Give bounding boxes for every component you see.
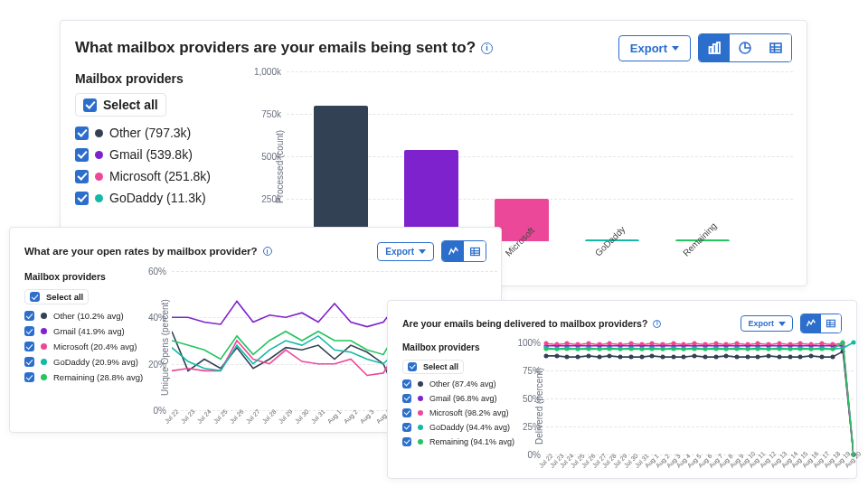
ytick-label: 250k: [261, 194, 287, 204]
provider-row[interactable]: Remaining (94.1% avg): [402, 435, 520, 449]
color-dot: [41, 313, 47, 319]
info-icon[interactable]: i: [263, 247, 272, 256]
card-header: What are your open rates by mailbox prov…: [10, 228, 501, 271]
title-text: Are your emails being delivered to mailb…: [402, 318, 647, 329]
color-dot: [418, 425, 423, 430]
provider-row[interactable]: Microsoft (251.8k): [75, 165, 260, 187]
provider-label: GoDaddy (11.3k): [109, 191, 206, 205]
view-bar-button[interactable]: [699, 34, 730, 61]
provider-row[interactable]: Other (87.4% avg): [402, 377, 520, 391]
checkbox-icon: [24, 311, 34, 321]
provider-row[interactable]: Gmail (539.8k): [75, 144, 260, 165]
provider-row[interactable]: Gmail (96.8% avg): [402, 391, 520, 406]
select-all-row[interactable]: Select all: [24, 289, 89, 304]
line-chart: Delivered (percent) 100%75%50%25%0%Jul 2…: [533, 342, 854, 469]
view-table-button[interactable]: [760, 34, 791, 61]
card-header: Are your emails being delivered to mailb…: [388, 301, 856, 342]
view-table-button[interactable]: [464, 241, 486, 261]
ytick-label: 100%: [517, 338, 546, 348]
toolbar: Export: [618, 33, 792, 62]
provider-row[interactable]: Microsoft (20.4% avg): [24, 339, 146, 354]
export-button[interactable]: Export: [377, 242, 434, 261]
card-delivered: Are your emails being delivered to mailb…: [387, 300, 857, 479]
provider-label: Microsoft (251.8k): [109, 169, 211, 183]
view-toggle-group: [800, 314, 842, 333]
ytick-label: 40%: [148, 313, 172, 323]
card-header: What mailbox providers are your emails b…: [61, 21, 807, 71]
ytick-label: 60%: [148, 267, 172, 276]
ytick-label: 20%: [148, 359, 172, 369]
color-dot: [418, 439, 423, 445]
color-dot: [95, 173, 103, 181]
select-all-row[interactable]: Select all: [402, 360, 464, 374]
provider-label: Other (797.3k): [109, 126, 191, 140]
checkbox-icon: [402, 423, 411, 432]
checkbox-icon: [402, 437, 411, 446]
ytick-label: 75%: [523, 366, 546, 376]
view-pie-button[interactable]: [730, 34, 760, 61]
checkbox-icon: [402, 408, 411, 417]
y-axis-label: Unique Opens (percent): [158, 271, 172, 425]
view-toggle-group: [441, 240, 486, 262]
svg-rect-4: [770, 43, 781, 52]
card-title: What mailbox providers are your emails b…: [75, 39, 493, 57]
color-dot: [418, 396, 423, 401]
checkbox-icon: [75, 192, 89, 205]
provider-label: Gmail (41.9% avg): [53, 326, 125, 336]
checkbox-icon: [75, 170, 89, 183]
color-dot: [41, 343, 47, 350]
export-button[interactable]: Export: [618, 35, 691, 61]
provider-row[interactable]: Microsoft (98.2% avg): [402, 406, 520, 420]
view-table-button[interactable]: [821, 314, 841, 332]
ytick-label: 500k: [261, 152, 287, 162]
providers-list-title: Mailbox providers: [75, 71, 260, 86]
view-line-button[interactable]: [442, 241, 464, 261]
select-all-label: Select all: [423, 362, 458, 371]
view-line-button[interactable]: [801, 314, 821, 332]
provider-row[interactable]: Remaining (28.8% avg): [24, 370, 146, 385]
checkbox-icon: [402, 379, 411, 389]
provider-row[interactable]: GoDaddy (20.9% avg): [24, 354, 146, 370]
ytick-label: 750k: [261, 109, 287, 119]
providers-list: Mailbox providers Select all Other (10.2…: [24, 271, 146, 425]
provider-row[interactable]: Other (797.3k): [75, 122, 260, 144]
svg-rect-2: [717, 42, 720, 53]
provider-row[interactable]: GoDaddy (11.3k): [75, 187, 260, 209]
select-all-row[interactable]: Select all: [75, 93, 166, 117]
checkbox-icon: [24, 357, 34, 367]
view-toggle-group: [698, 33, 792, 62]
info-icon[interactable]: i: [653, 320, 661, 328]
svg-rect-8: [470, 248, 479, 255]
checkbox-icon: [75, 126, 89, 140]
providers-list-title: Mailbox providers: [24, 271, 146, 282]
plot-area: 100%75%50%25%0%Jul 22Jul 23Jul 24Jul 25J…: [546, 342, 854, 469]
select-all-label: Select all: [103, 98, 158, 112]
checkbox-icon: [24, 326, 34, 336]
provider-row[interactable]: GoDaddy (94.4% avg): [402, 420, 520, 435]
export-label: Export: [385, 247, 414, 257]
toolbar: Export: [741, 314, 842, 333]
title-text: What mailbox providers are your emails b…: [75, 39, 476, 57]
export-button[interactable]: Export: [741, 315, 793, 332]
ytick-label: 50%: [523, 394, 546, 404]
provider-label: Other (87.4% avg): [429, 379, 496, 389]
checkbox-icon: [83, 98, 97, 112]
provider-row[interactable]: Gmail (41.9% avg): [24, 323, 146, 339]
card-body: Mailbox providers Select all Other (87.4…: [388, 342, 856, 482]
select-all-label: Select all: [46, 292, 83, 302]
provider-label: Microsoft (20.4% avg): [53, 342, 137, 351]
color-dot: [41, 328, 47, 334]
export-label: Export: [748, 319, 774, 328]
toolbar: Export: [377, 240, 486, 262]
provider-label: Microsoft (98.2% avg): [429, 408, 509, 417]
checkbox-icon: [24, 342, 34, 351]
color-dot: [41, 359, 47, 365]
series-lines: [546, 342, 854, 454]
color-dot: [41, 374, 47, 380]
provider-row[interactable]: Other (10.2% avg): [24, 308, 146, 323]
checkbox-icon: [408, 362, 417, 371]
provider-label: Remaining (94.1% avg): [429, 437, 514, 446]
bar: [314, 106, 368, 241]
info-icon[interactable]: i: [481, 42, 493, 54]
checkbox-icon: [75, 148, 89, 162]
